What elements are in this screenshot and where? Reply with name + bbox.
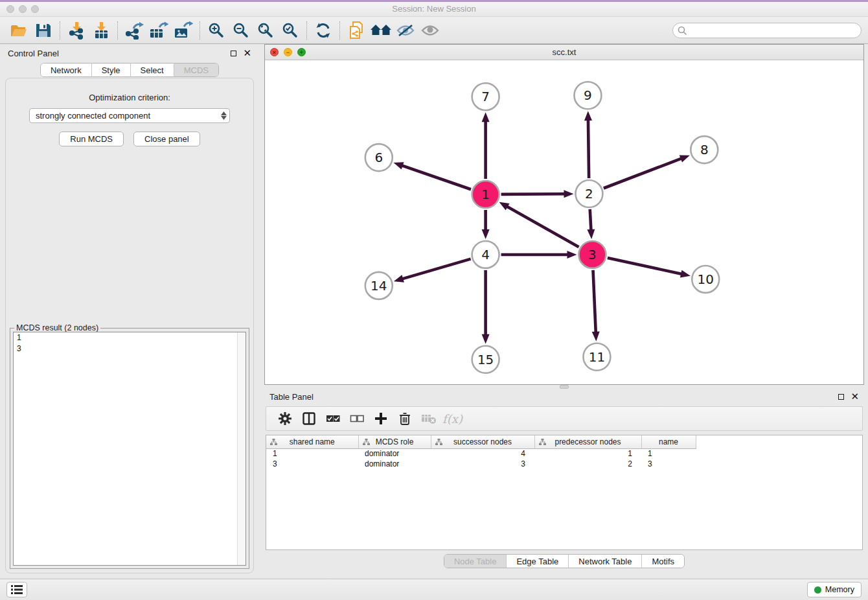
- show-columns-button[interactable]: [297, 408, 321, 429]
- mcds-result-list[interactable]: 13: [13, 332, 246, 566]
- gear-icon: [278, 411, 292, 426]
- table-close-icon[interactable]: ✕: [851, 393, 859, 400]
- network-canvas[interactable]: 7968124314101511: [265, 60, 863, 384]
- hide-selected-button[interactable]: [393, 19, 418, 41]
- graph-edge-1-6[interactable]: [393, 162, 471, 189]
- import-table-button[interactable]: [89, 19, 113, 41]
- table-cell: 4: [431, 448, 534, 459]
- graph-node-10[interactable]: 10: [692, 266, 719, 293]
- show-all-networks-button[interactable]: [369, 19, 393, 41]
- window-titlebar: Session: New Session: [0, 2, 868, 17]
- export-image-button[interactable]: [171, 19, 196, 41]
- graph-edge-2-3[interactable]: [587, 209, 595, 239]
- tab-network[interactable]: Network: [41, 63, 92, 76]
- optimization-criterion-label: Optimization criterion:: [89, 93, 170, 102]
- graph-edge-2-9[interactable]: [584, 111, 592, 178]
- import-table-icon: [92, 21, 110, 40]
- column-header[interactable]: shared name: [266, 435, 358, 448]
- criterion-select-value: strongly connected component: [36, 111, 150, 121]
- mcds-result-groupbox: MCDS result (2 nodes) 13: [10, 328, 249, 569]
- tab-style[interactable]: Style: [92, 63, 131, 76]
- tab-motifs[interactable]: Motifs: [642, 555, 684, 568]
- graph-edge-2-8[interactable]: [604, 155, 690, 188]
- table-cell: 2: [534, 459, 641, 469]
- graph-node-14[interactable]: 14: [365, 272, 393, 299]
- show-hidden-button[interactable]: [418, 19, 442, 41]
- run-mcds-button[interactable]: Run MCDS: [59, 132, 124, 146]
- graph-edge-3-11[interactable]: [592, 270, 600, 341]
- graph-node-2[interactable]: 2: [575, 180, 602, 207]
- graph-edge-1-7[interactable]: [482, 112, 490, 179]
- show-task-history-button[interactable]: [6, 582, 27, 597]
- tab-mcds[interactable]: MCDS: [174, 63, 218, 76]
- graph-node-8[interactable]: 8: [691, 136, 718, 163]
- table-panel-tabs: Node Table Edge Table Network Table Moti…: [444, 554, 685, 568]
- zoom-in-button[interactable]: [204, 19, 229, 41]
- zoom-selected-icon: [282, 22, 299, 39]
- graph-edge-4-3[interactable]: [501, 251, 577, 259]
- graph-edge-4-14[interactable]: [394, 259, 471, 283]
- graph-node-4[interactable]: 4: [472, 241, 499, 268]
- graph-edge-3-1[interactable]: [499, 202, 579, 247]
- criterion-select[interactable]: strongly connected component: [29, 108, 230, 123]
- graph-node-label: 9: [584, 87, 592, 103]
- tab-edge-table[interactable]: Edge Table: [507, 555, 569, 568]
- tab-network-table[interactable]: Network Table: [569, 555, 642, 568]
- copy-network-button[interactable]: [344, 19, 369, 41]
- save-session-button[interactable]: [31, 19, 56, 41]
- float-panel-icon[interactable]: [231, 51, 236, 56]
- graph-node-11[interactable]: 11: [583, 343, 610, 371]
- graph-node-3[interactable]: 3: [578, 241, 606, 268]
- column-header[interactable]: MCDS role: [358, 435, 431, 448]
- graph-edge-3-10[interactable]: [608, 258, 691, 277]
- zoom-out-icon: [233, 22, 249, 39]
- graph-edge-1-4[interactable]: [482, 210, 490, 239]
- select-all-rows-button[interactable]: [321, 408, 345, 429]
- window-title: Session: New Session: [0, 4, 868, 14]
- toolbar-separator: [306, 21, 307, 40]
- graph-node-6[interactable]: 6: [365, 144, 393, 171]
- column-header[interactable]: successor nodes: [431, 435, 534, 448]
- control-panel-tabs: Network Style Select MCDS: [40, 63, 219, 77]
- column-type-icon: [363, 439, 370, 445]
- memory-button[interactable]: Memory: [807, 582, 862, 597]
- graph-edge-1-2[interactable]: [501, 190, 574, 198]
- add-column-button[interactable]: [369, 408, 393, 429]
- tab-node-table[interactable]: Node Table: [444, 555, 507, 568]
- status-bar: Memory: [0, 579, 868, 600]
- function-builder-button[interactable]: f(x): [440, 408, 464, 429]
- open-session-button[interactable]: [6, 19, 31, 41]
- refresh-view-button[interactable]: [311, 19, 336, 41]
- table-float-icon[interactable]: [838, 394, 844, 400]
- close-panel-icon[interactable]: ✕: [243, 50, 251, 56]
- graph-node-1[interactable]: 1: [472, 181, 499, 208]
- table-row[interactable]: 3dominator323: [266, 459, 696, 469]
- mcds-result-scrollbar[interactable]: [237, 332, 246, 565]
- import-network-button[interactable]: [64, 19, 89, 41]
- column-header[interactable]: name: [641, 435, 696, 448]
- network-window-titlebar[interactable]: × − + scc.txt: [265, 45, 863, 60]
- graph-node-9[interactable]: 9: [574, 82, 601, 109]
- table-settings-button[interactable]: [273, 408, 297, 429]
- graph-edge-4-15[interactable]: [482, 270, 490, 344]
- export-network-icon: [124, 21, 144, 40]
- graph-node-7[interactable]: 7: [472, 83, 499, 110]
- table-row[interactable]: 1dominator411: [266, 448, 696, 459]
- column-header[interactable]: predecessor nodes: [534, 435, 641, 448]
- zoom-selected-button[interactable]: [278, 19, 303, 41]
- close-panel-button[interactable]: Close panel: [133, 132, 200, 146]
- network-view-window: × − + scc.txt 7968124314101511: [264, 44, 864, 385]
- export-network-button[interactable]: [122, 19, 146, 41]
- tab-select[interactable]: Select: [131, 63, 174, 76]
- graph-node-15[interactable]: 15: [472, 346, 499, 373]
- graph-node-label: 3: [588, 247, 597, 262]
- deselect-all-rows-button[interactable]: [345, 408, 369, 429]
- zoom-fit-button[interactable]: [253, 19, 278, 41]
- delete-table-button[interactable]: [417, 408, 440, 429]
- export-table-button[interactable]: [146, 19, 171, 41]
- zoom-out-button[interactable]: [229, 19, 253, 41]
- graph-node-label: 14: [371, 278, 387, 294]
- search-input[interactable]: [672, 23, 862, 38]
- delete-column-button[interactable]: [393, 408, 417, 429]
- graph-node-label: 4: [481, 247, 490, 262]
